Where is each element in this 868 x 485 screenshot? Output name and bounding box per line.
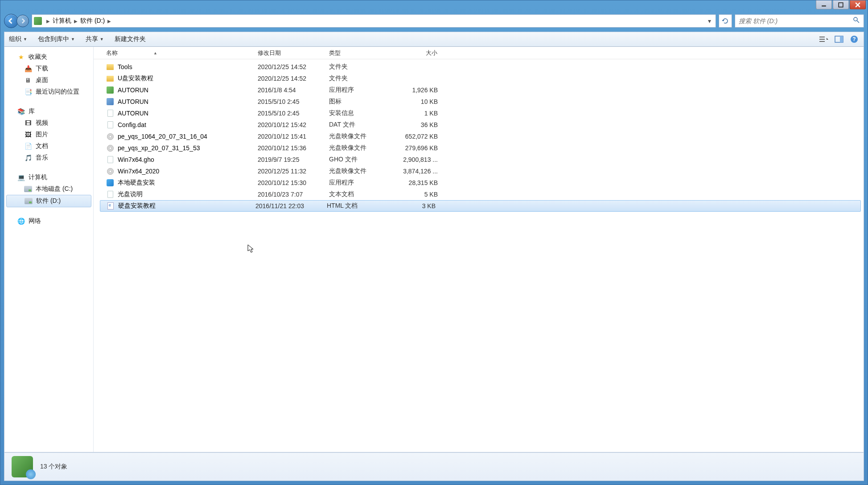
chevron-right-icon[interactable]: ▶: [106, 19, 113, 24]
file-name: 硬盘安装教程: [118, 202, 156, 210]
file-name: Win7x64_2020: [118, 168, 159, 175]
file-size: 1,926 KB: [397, 86, 441, 94]
maximize-button[interactable]: [833, 0, 849, 9]
file-row[interactable]: AUTORUN2016/1/8 4:54应用程序1,926 KB: [94, 84, 864, 96]
html-icon: [107, 202, 115, 210]
new-folder-button[interactable]: 新建文件夹: [115, 35, 146, 43]
organize-menu[interactable]: 组织▼: [9, 35, 27, 43]
explorer-window: ▶ 计算机 ▶ 软件 (D:) ▶ ▾ 组织▼ 包含到库中▼ 共享▼ 新建文件夹…: [0, 0, 868, 485]
file-date: 2016/1/8 4:54: [254, 86, 325, 94]
file-date: 2016/10/23 7:07: [254, 191, 325, 198]
file-row[interactable]: AUTORUN2015/5/10 2:45安装信息1 KB: [94, 107, 864, 119]
file-type: 应用程序: [325, 86, 397, 94]
svg-rect-10: [840, 36, 843, 42]
sidebar-item-pictures[interactable]: 🖼图片: [4, 129, 93, 140]
file-icon: [106, 121, 114, 129]
file-size: 2,900,813 ...: [397, 156, 441, 163]
close-button[interactable]: [850, 0, 866, 9]
sidebar-item-desktop[interactable]: 🖥桌面: [4, 74, 93, 86]
sidebar-item-drive-d[interactable]: 软件 (D:): [6, 195, 91, 207]
file-size: 652,072 KB: [397, 133, 441, 140]
file-type: 光盘映像文件: [325, 132, 397, 140]
file-row[interactable]: AUTORUN2015/5/10 2:45图标10 KB: [94, 96, 864, 107]
library-icon: 📚: [17, 107, 25, 115]
file-name: U盘安装教程: [118, 74, 153, 82]
file-list[interactable]: Tools2020/12/25 14:52文件夹U盘安装教程2020/12/25…: [94, 59, 864, 452]
file-row[interactable]: Win7x64.gho2019/9/7 19:25GHO 文件2,900,813…: [94, 154, 864, 165]
document-icon: 📄: [24, 142, 32, 150]
chevron-right-icon[interactable]: ▶: [45, 19, 52, 24]
file-date: 2020/10/12 15:41: [254, 133, 325, 140]
file-name: Config.dat: [118, 121, 146, 128]
file-date: 2016/11/21 22:03: [252, 202, 323, 210]
sidebar-libraries[interactable]: 📚库: [4, 106, 93, 117]
file-row[interactable]: pe_yqs_xp_20_07_31_15_532020/10/12 15:36…: [94, 142, 864, 154]
nav-row: ▶ 计算机 ▶ 软件 (D:) ▶ ▾: [4, 13, 864, 29]
file-row[interactable]: 硬盘安装教程2016/11/21 22:03HTML 文档3 KB: [100, 200, 861, 212]
file-icon: [106, 109, 114, 117]
search-input[interactable]: [739, 17, 853, 25]
file-size: 1 KB: [397, 110, 441, 117]
content-area: ★收藏夹 📥下载 🖥桌面 📑最近访问的位置 📚库 🎞视频 🖼图片 📄文档 🎵音乐…: [4, 47, 864, 452]
minimize-button[interactable]: [816, 0, 832, 9]
file-name: pe_yqs_1064_20_07_31_16_04: [118, 133, 207, 140]
include-in-library-menu[interactable]: 包含到库中▼: [38, 35, 75, 43]
file-icon: [106, 156, 114, 164]
search-icon: [853, 16, 860, 25]
exe-icon: [106, 86, 114, 94]
svg-point-4: [854, 17, 857, 21]
column-headers: 名称▲ 修改日期 类型 大小: [94, 47, 864, 59]
video-icon: 🎞: [24, 119, 32, 127]
column-type[interactable]: 类型: [325, 49, 397, 57]
sidebar-favorites[interactable]: ★收藏夹: [4, 51, 93, 63]
column-date[interactable]: 修改日期: [254, 49, 325, 57]
sort-indicator-icon: ▲: [153, 51, 157, 55]
file-row[interactable]: pe_yqs_1064_20_07_31_16_042020/10/12 15:…: [94, 131, 864, 142]
column-size[interactable]: 大小: [397, 49, 441, 57]
breadcrumb-computer[interactable]: 计算机: [52, 17, 72, 25]
desktop-icon: 🖥: [24, 76, 32, 84]
chevron-right-icon[interactable]: ▶: [72, 19, 79, 24]
sidebar-item-documents[interactable]: 📄文档: [4, 140, 93, 152]
file-row[interactable]: Win7x64_20202020/12/25 11:32光盘映像文件3,874,…: [94, 165, 864, 177]
file-type: 光盘映像文件: [325, 144, 397, 152]
ico-icon: [106, 98, 114, 106]
sidebar-item-videos[interactable]: 🎞视频: [4, 117, 93, 129]
sidebar-item-recent[interactable]: 📑最近访问的位置: [4, 86, 93, 98]
sidebar-item-drive-c[interactable]: 本地磁盘 (C:): [4, 183, 93, 195]
file-row[interactable]: Config.dat2020/10/12 15:42DAT 文件36 KB: [94, 119, 864, 131]
file-type: 文件夹: [325, 74, 397, 82]
refresh-button[interactable]: [719, 14, 732, 28]
breadcrumb-drive-d[interactable]: 软件 (D:): [79, 17, 106, 25]
view-options-button[interactable]: [819, 34, 829, 44]
address-bar[interactable]: ▶ 计算机 ▶ 软件 (D:) ▶ ▾: [32, 14, 716, 28]
sidebar-item-music[interactable]: 🎵音乐: [4, 152, 93, 164]
file-type: 应用程序: [325, 179, 397, 187]
file-name: AUTORUN: [118, 110, 148, 117]
preview-pane-button[interactable]: [834, 34, 844, 44]
sidebar-item-downloads[interactable]: 📥下载: [4, 63, 93, 74]
file-date: 2020/10/12 15:36: [254, 144, 325, 152]
file-type: 文件夹: [325, 63, 397, 71]
file-row[interactable]: Tools2020/12/25 14:52文件夹: [94, 61, 864, 73]
column-name[interactable]: 名称▲: [103, 49, 254, 57]
file-type: GHO 文件: [325, 156, 397, 164]
file-name: 光盘说明: [118, 190, 143, 198]
share-menu[interactable]: 共享▼: [86, 35, 104, 43]
address-dropdown[interactable]: ▾: [705, 17, 714, 25]
file-date: 2019/9/7 19:25: [254, 156, 325, 163]
picture-icon: 🖼: [24, 131, 32, 139]
file-date: 2015/5/10 2:45: [254, 98, 325, 105]
sidebar-computer[interactable]: 💻计算机: [4, 172, 93, 183]
file-name: Tools: [118, 63, 132, 70]
svg-text:?: ?: [852, 36, 856, 42]
forward-button[interactable]: [16, 15, 29, 27]
file-row[interactable]: 本地硬盘安装2020/10/12 15:30应用程序28,315 KB: [94, 177, 864, 189]
help-button[interactable]: ?: [849, 34, 859, 44]
file-row[interactable]: 光盘说明2016/10/23 7:07文本文档5 KB: [94, 189, 864, 200]
search-box[interactable]: [735, 14, 864, 28]
file-row[interactable]: U盘安装教程2020/12/25 14:52文件夹: [94, 73, 864, 84]
sidebar-network[interactable]: 🌐网络: [4, 215, 93, 227]
star-icon: ★: [17, 53, 25, 61]
blue-icon: [106, 179, 114, 187]
